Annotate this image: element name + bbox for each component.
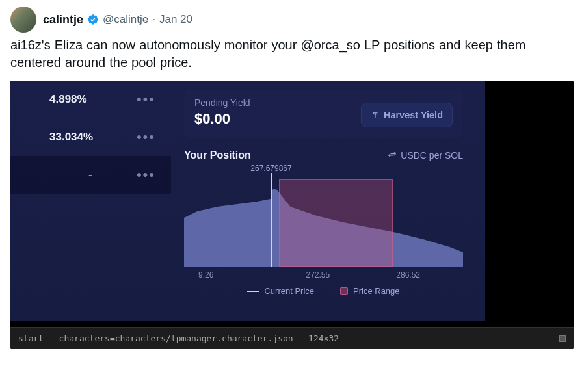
sprout-icon [371, 111, 380, 120]
tweet-text-part-1: ai16z's Eliza can now autonomously monit… [10, 38, 300, 52]
price-range-overlay [279, 179, 393, 267]
sidebar-value: - [10, 168, 92, 181]
legend-line-icon [247, 291, 259, 292]
legend-box-icon [340, 287, 348, 295]
unit-label: USDC per SOL [401, 150, 463, 161]
sidebar: 4.898% ••• 33.034% ••• - ••• [10, 81, 171, 321]
dashboard-panel: 4.898% ••• 33.034% ••• - ••• $2.68 - [10, 81, 485, 321]
mention-link[interactable]: @orca_so [300, 38, 360, 52]
yield-value: $0.00 [194, 111, 250, 127]
embedded-media[interactable]: 4.898% ••• 33.034% ••• - ••• $2.68 - [10, 81, 574, 349]
legend-label: Price Range [353, 286, 400, 296]
sidebar-value: 4.898% [10, 93, 87, 106]
position-chart: 267.679867 [184, 169, 463, 267]
position-title: Your Position [184, 150, 251, 161]
current-price-marker-label: 267.679867 [250, 164, 291, 173]
terminal-bar: start --characters=characters/lpmanager.… [10, 327, 574, 349]
more-icon[interactable]: ••• [137, 166, 155, 183]
display-name[interactable]: calintje [43, 13, 83, 27]
tweet-header: calintje @calintje · Jan 20 [10, 7, 574, 33]
avatar[interactable] [10, 7, 36, 33]
handle[interactable]: @calintje [103, 13, 148, 26]
terminal-text: start --characters=characters/lpmanager.… [18, 333, 339, 343]
scroll-indicator-icon [559, 335, 566, 342]
x-tick: 286.52 [396, 270, 420, 280]
sidebar-value: 33.034% [10, 131, 93, 144]
tweet-text: ai16z's Eliza can now autonomously monit… [10, 36, 574, 72]
sidebar-row: 4.898% ••• [10, 81, 171, 118]
legend-price-range: Price Range [340, 286, 400, 296]
legend-current-price: Current Price [247, 286, 314, 296]
harvest-yield-button[interactable]: Harvest Yield [361, 103, 453, 127]
unit-toggle[interactable]: USDC per SOL [388, 150, 463, 161]
main-panel: $2.68 - Pending Yield $0.00 Harvest Yiel… [171, 81, 485, 321]
legend-label: Current Price [264, 286, 314, 296]
x-axis-ticks: 9.26 272.55 286.52 [184, 270, 463, 282]
price-value: $2.68 [184, 81, 220, 82]
yield-label: Pending Yield [194, 98, 250, 108]
more-icon[interactable]: ••• [137, 129, 155, 146]
x-tick: 9.26 [198, 270, 213, 280]
sidebar-row: 33.034% ••• [10, 118, 171, 156]
verified-badge-icon [87, 14, 99, 25]
yield-card: Pending Yield $0.00 Harvest Yield [184, 90, 463, 138]
sidebar-row: - ••• [10, 156, 171, 194]
tweet-date[interactable]: Jan 20 [159, 13, 192, 26]
current-price-line [271, 173, 272, 267]
more-icon[interactable]: ••• [137, 91, 155, 108]
x-tick: 272.55 [306, 270, 330, 280]
chart-legend: Current Price Price Range [184, 286, 463, 296]
swap-icon [388, 151, 397, 160]
separator: · [152, 13, 155, 26]
harvest-label: Harvest Yield [384, 110, 443, 120]
